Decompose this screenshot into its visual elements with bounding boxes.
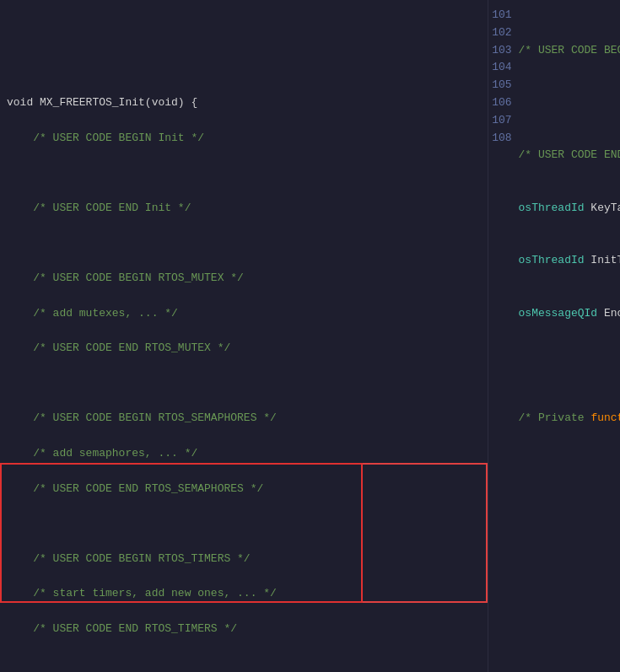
line-number: 108 (492, 130, 512, 148)
line-number: 104 (492, 59, 512, 77)
line-number: 106 (492, 94, 512, 112)
code-line: /* USER CODE BEGIN RTOS_SEMAPHORES */ (7, 410, 488, 427)
line-number: 102 (492, 24, 512, 42)
code-line: /* USER CODE END RTOS_TIMERS */ (7, 621, 488, 638)
code-line: /* USER CODE END RTOS_SEMAPHORES */ (7, 481, 488, 498)
code-line: osThreadId InitTaskHandle; (519, 252, 620, 270)
right-code-content: /* USER CODE BEGIN Variables */ /* USER … (519, 7, 620, 665)
line-number: 103 (492, 42, 512, 60)
code-line: /* USER CODE END RTOS_MUTEX */ (7, 340, 488, 358)
code-line: /* USER CODE END Variables */ (519, 147, 620, 164)
code-line: /* USER CODE END Init */ (7, 200, 488, 218)
code-line: /* start timers, add new ones, ... */ (7, 585, 488, 603)
code-line: /* USER CODE BEGIN RTOS_TIMERS */ (7, 551, 488, 568)
code-line: /* USER CODE BEGIN RTOS_MUTEX */ (7, 270, 488, 288)
code-line: osMessageQId EnoceanQueueHandle; (519, 305, 620, 323)
line-number: 107 (492, 112, 512, 130)
right-code-panel: 101 102 103 104 105 106 107 108 /* USER … (488, 0, 620, 672)
left-code-panel: void MX_FREERTOS_Init(void) { /* USER CO… (0, 0, 488, 672)
code-line: /* USER CODE BEGIN Variables */ (519, 42, 620, 60)
code-line (7, 515, 488, 533)
code-line (7, 234, 488, 252)
code-line (519, 94, 620, 112)
code-line: /* USER CODE BEGIN Init */ (7, 130, 488, 148)
code-line: /* Private function prototypes ---------… (519, 410, 620, 427)
line-number: 105 (492, 77, 512, 94)
code-line (7, 164, 488, 182)
code-line: /* add semaphores, ... */ (7, 445, 488, 463)
code-line (519, 358, 620, 375)
code-line: /* add mutexes, ... */ (7, 305, 488, 323)
line-number: 101 (492, 7, 512, 24)
code-line: void MX_FREERTOS_Init(void) { (7, 94, 488, 112)
code-line: osThreadId KeyTaskHandle; (519, 200, 620, 218)
code-line (7, 655, 488, 672)
code-editor: void MX_FREERTOS_Init(void) { /* USER CO… (0, 0, 620, 672)
code-line (7, 375, 488, 393)
line-numbers-right: 101 102 103 104 105 106 107 108 (488, 7, 519, 665)
